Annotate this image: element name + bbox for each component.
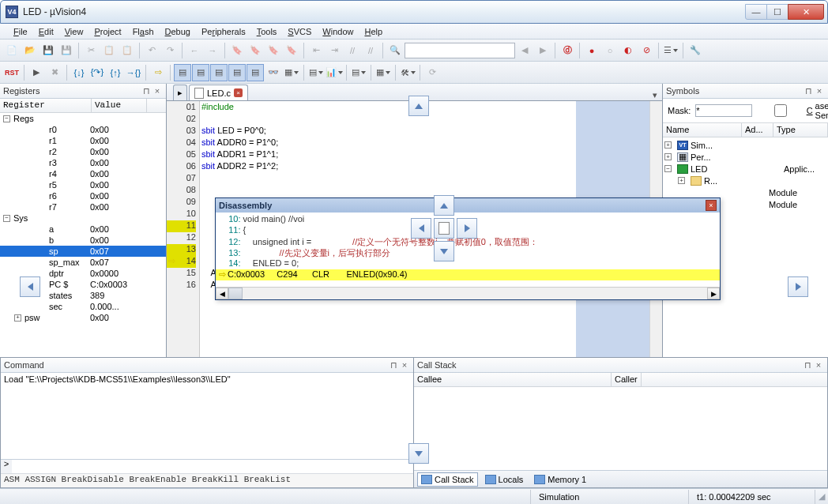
nav-back-icon[interactable]: ← <box>186 42 203 59</box>
line-number[interactable]: 04 <box>167 137 196 149</box>
save-all-icon[interactable]: 💾 <box>58 42 75 59</box>
register-group[interactable]: −Sys <box>0 213 166 224</box>
symbol-row[interactable]: −LEDApplic... <box>664 163 826 175</box>
disassembly-window[interactable]: Disassembly × 10: void main() //voi 11: … <box>215 197 721 300</box>
step-out-icon[interactable]: {↑} <box>107 64 124 81</box>
code-line[interactable] <box>200 114 662 126</box>
register-row[interactable]: r70x00 <box>0 201 166 213</box>
register-row[interactable]: r10x00 <box>0 135 166 146</box>
line-number[interactable]: 11 <box>167 220 196 232</box>
find-next-icon[interactable]: ▶ <box>534 42 551 59</box>
register-row[interactable]: sp_max0x07 <box>0 257 166 268</box>
menu-peripherals[interactable]: Peripherals <box>196 25 251 38</box>
register-row[interactable]: a0x00 <box>0 224 166 235</box>
scroll-left-icon[interactable]: ◀ <box>216 288 228 299</box>
code-line[interactable] <box>200 185 662 197</box>
code-line[interactable]: sbit ADDR1 = P1^1; <box>200 149 662 161</box>
symbols-col-name[interactable]: Name <box>663 123 742 137</box>
line-number[interactable]: 06 <box>167 161 196 173</box>
step-into-icon[interactable]: {↓} <box>70 64 88 81</box>
update-windows-icon[interactable]: ⟳ <box>423 64 441 81</box>
register-group[interactable]: −Regs <box>0 113 166 124</box>
register-row[interactable]: b0x00 <box>0 235 166 246</box>
debug-session-icon[interactable]: ⓓ <box>559 42 576 59</box>
disassembly-window-icon[interactable]: ▤ <box>192 64 209 81</box>
menu-view[interactable]: View <box>59 25 89 38</box>
resize-grip-icon[interactable]: ◢ <box>815 491 828 502</box>
line-number[interactable]: 10 <box>167 209 196 220</box>
registers-col-name[interactable]: Register <box>0 99 92 112</box>
registers-col-value[interactable]: Value <box>92 99 147 112</box>
menu-tools[interactable]: Tools <box>251 25 283 38</box>
line-number[interactable]: 12 <box>167 232 196 244</box>
line-number[interactable]: 01 <box>167 102 196 114</box>
copy-icon[interactable]: 📋 <box>100 42 118 59</box>
disassembly-line[interactable]: 12: unsigned int i = //定义一个无符号整数i，并赋初值0，… <box>219 236 717 247</box>
pin-icon[interactable]: ⊓ <box>388 360 399 370</box>
scroll-right-icon[interactable]: ▶ <box>707 288 720 299</box>
callstack-col-caller[interactable]: Caller <box>612 373 642 386</box>
register-row[interactable]: r30x00 <box>0 157 166 168</box>
line-number[interactable]: 09 <box>167 197 196 209</box>
line-number[interactable]: 03 <box>167 126 196 137</box>
editor-tab-overflow[interactable]: ▸ <box>173 85 187 100</box>
code-line[interactable]: #include <box>200 102 662 114</box>
open-file-icon[interactable]: 📂 <box>21 42 39 59</box>
breakpoint-killall-icon[interactable]: ⊘ <box>638 42 655 59</box>
menu-edit[interactable]: Edit <box>33 25 59 38</box>
register-row[interactable]: sp0x07 <box>0 246 166 257</box>
indent-left-icon[interactable]: ⇤ <box>307 42 325 59</box>
scroll-thumb[interactable] <box>228 288 243 299</box>
symbol-row[interactable]: +VTSim... <box>664 139 826 151</box>
disassembly-line[interactable]: 11: { <box>219 225 717 236</box>
bookmark-icon[interactable]: 🔖 <box>228 42 246 59</box>
line-number[interactable]: 15 <box>167 268 196 280</box>
pin-icon[interactable]: ⊓ <box>802 360 813 370</box>
command-window-icon[interactable]: ▤ <box>174 64 191 81</box>
indent-right-icon[interactable]: ⇥ <box>326 42 343 59</box>
menu-project[interactable]: Project <box>88 25 126 38</box>
register-row[interactable]: r60x00 <box>0 190 166 201</box>
redo-icon[interactable]: ↷ <box>161 42 179 59</box>
pin-icon[interactable]: ⊓ <box>803 86 814 96</box>
menu-debug[interactable]: Debug <box>160 25 196 38</box>
line-number[interactable]: 07 <box>167 173 196 185</box>
find-in-files-icon[interactable]: 🔍 <box>386 42 404 59</box>
toolbox-icon[interactable]: 🛠 <box>399 64 416 81</box>
step-over-icon[interactable]: {↷} <box>88 64 106 81</box>
code-line[interactable]: sbit ADDR2 = P1^2; <box>200 161 662 173</box>
memory-window-icon[interactable]: ▦ <box>283 64 300 81</box>
maximize-button[interactable]: ☐ <box>766 4 788 20</box>
case-checkbox-label[interactable]: Case Sens <box>757 101 828 120</box>
mask-input[interactable] <box>695 104 752 117</box>
disassembly-hscroll[interactable]: ◀ ▶ <box>216 287 720 299</box>
menu-window[interactable]: Window <box>317 25 359 38</box>
find-combo[interactable] <box>405 43 515 58</box>
undo-icon[interactable]: ↶ <box>143 42 160 59</box>
disassembly-close-icon[interactable]: × <box>706 200 717 211</box>
cut-icon[interactable]: ✂ <box>82 42 100 59</box>
save-icon[interactable]: 💾 <box>40 42 57 59</box>
menu-flash[interactable]: Flash <box>127 25 160 38</box>
run-icon[interactable]: ▶ <box>28 64 45 81</box>
disassembly-line[interactable]: 14: ENLED = 0; <box>219 258 717 269</box>
breakpoint-enable-icon[interactable]: ○ <box>601 42 619 59</box>
serial-window-icon[interactable]: ▤ <box>307 64 325 81</box>
menu-file[interactable]: File <box>8 25 33 38</box>
run-to-cursor-icon[interactable]: →{} <box>125 64 142 81</box>
line-number[interactable]: 08 <box>167 185 196 197</box>
trace-window-icon[interactable]: ▤ <box>350 64 367 81</box>
register-row[interactable]: +psw0x00 <box>0 312 166 323</box>
window-list-icon[interactable]: ☰ <box>662 42 679 59</box>
register-row[interactable]: r40x00 <box>0 168 166 179</box>
close-button[interactable]: ✕ <box>788 4 824 20</box>
symbols-col-type[interactable]: Type <box>773 123 828 137</box>
close-panel-icon[interactable]: × <box>813 360 824 370</box>
menu-svcs[interactable]: SVCS <box>282 25 317 38</box>
new-file-icon[interactable]: 📄 <box>3 42 21 59</box>
case-checkbox[interactable] <box>757 104 804 117</box>
code-line[interactable]: sbit LED = P0^0; <box>200 126 662 137</box>
disassembly-line[interactable]: 10: void main() //voi <box>219 214 717 225</box>
disassembly-line[interactable]: 13: //先定义变量i，后写执行部分 <box>219 247 717 258</box>
register-row[interactable]: r20x00 <box>0 146 166 157</box>
